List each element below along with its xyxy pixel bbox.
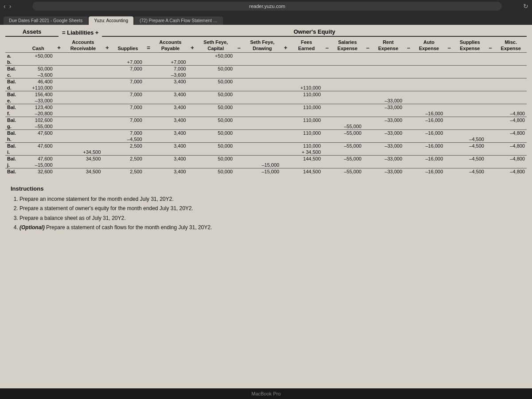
col-minus5: – [445, 39, 454, 52]
table-cell: 47,600 [22, 155, 55, 162]
table-cell [486, 98, 495, 104]
table-cell [102, 98, 112, 104]
table-cell [290, 123, 323, 130]
col-row-label [5, 39, 22, 52]
table-cell [290, 98, 323, 104]
table-cell [290, 78, 323, 85]
table-cell [188, 59, 197, 66]
table-cell [363, 52, 372, 59]
table-cell [323, 65, 332, 72]
table-cell [144, 91, 153, 98]
table-cell: 3,400 [153, 155, 188, 162]
table-cell: –4,500 [454, 155, 486, 162]
table-cell [188, 168, 197, 175]
table-cell [445, 104, 454, 110]
table-cell [404, 136, 413, 143]
table-cell [363, 149, 372, 156]
table-cell [332, 91, 363, 98]
table-cell [243, 78, 281, 85]
table-cell [102, 117, 112, 123]
table-cell: +110,000 [22, 85, 55, 91]
table-cell [404, 91, 413, 98]
back-icon[interactable]: ‹ [4, 3, 6, 10]
col-plus1: + [55, 39, 64, 52]
table-cell: 7,000 [112, 129, 144, 136]
url-bar[interactable]: reader.yuzu.com [32, 2, 502, 11]
table-cell: –16,000 [413, 155, 445, 162]
table-cell [281, 52, 290, 59]
table-cell [413, 85, 445, 91]
table-cell: –33,000 [22, 98, 55, 104]
table-cell: 3,400 [153, 117, 188, 123]
col-plus2: + [102, 39, 112, 52]
footer-label: MacBook Pro [251, 391, 281, 396]
table-cell [454, 129, 486, 136]
table-cell [404, 85, 413, 91]
table-cell [281, 123, 290, 130]
table-cell: –20,800 [22, 110, 55, 117]
table-cell [235, 59, 243, 66]
table-cell [372, 59, 404, 66]
table-cell [445, 78, 454, 85]
table-cell [243, 142, 281, 149]
table-cell [281, 72, 290, 78]
col-minus2: – [323, 39, 332, 52]
table-cell [63, 72, 102, 78]
table-cell [372, 52, 404, 59]
table-cell [112, 72, 144, 78]
table-cell: i. [5, 149, 22, 156]
table-cell: +7,000 [112, 59, 144, 66]
table-cell [144, 110, 153, 117]
equation-assets-label: Assets [5, 28, 59, 37]
table-cell: 144,500 [290, 168, 323, 175]
tab-google-sheets[interactable]: Due Dates Fall 2021 - Google Sheets [4, 16, 88, 25]
table-cell [102, 123, 112, 130]
table-cell [454, 110, 486, 117]
table-cell [404, 149, 413, 156]
table-cell [55, 149, 64, 156]
table-cell: g. [5, 123, 22, 130]
table-cell [144, 98, 153, 104]
table-cell [363, 136, 372, 143]
table-cell [235, 168, 243, 175]
table-cell [144, 136, 153, 143]
table-cell: –16,000 [413, 168, 445, 175]
refresh-icon[interactable]: ↻ [523, 3, 528, 10]
table-cell [144, 72, 153, 78]
table-cell [197, 72, 235, 78]
table-cell [188, 162, 197, 168]
table-cell [445, 98, 454, 104]
table-cell [188, 123, 197, 130]
table-cell [144, 78, 153, 85]
table-cell [102, 155, 112, 162]
table-cell [454, 52, 486, 59]
table-cell [188, 85, 197, 91]
table-cell [363, 78, 372, 85]
table-cell: d. [5, 85, 22, 91]
col-minus6: – [486, 39, 495, 52]
table-cell [63, 142, 102, 149]
table-cell: Bal. [5, 65, 22, 72]
tab-yuzu[interactable]: Yuzu: Accounting [89, 16, 133, 25]
table-cell [63, 91, 102, 98]
table-cell [363, 162, 372, 168]
table-cell: 50,000 [22, 65, 55, 72]
forward-icon[interactable]: › [9, 3, 12, 10]
table-cell [243, 129, 281, 136]
table-cell [323, 98, 332, 104]
tab-youtube[interactable]: (72) Prepare A Cash Flow Statement | Ind… [134, 16, 223, 25]
table-cell [404, 110, 413, 117]
table-cell [188, 65, 197, 72]
table-cell [243, 52, 281, 59]
table-cell [281, 110, 290, 117]
table-cell [323, 162, 332, 168]
table-cell: 47,600 [22, 129, 55, 136]
table-cell [486, 59, 495, 66]
col-plus4: + [281, 39, 290, 52]
table-cell [55, 155, 64, 162]
table-cell [235, 117, 243, 123]
table-cell [112, 85, 144, 91]
table-cell [188, 149, 197, 156]
table-cell: f. [5, 110, 22, 117]
table-cell [153, 85, 188, 91]
